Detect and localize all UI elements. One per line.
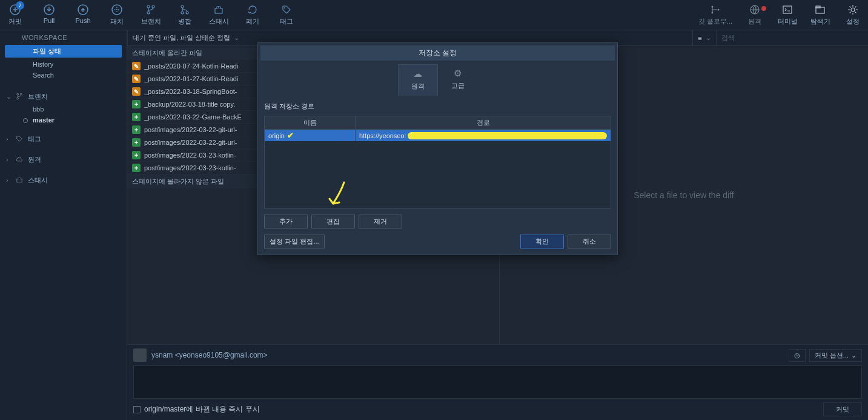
- modified-icon: ✎: [132, 62, 141, 70]
- tag-button[interactable]: 태그: [276, 4, 297, 26]
- commit-button[interactable]: 7 커밋: [5, 4, 25, 26]
- merge-label: 병합: [178, 17, 191, 26]
- merge-button[interactable]: 병합: [174, 4, 195, 26]
- search-input[interactable]: 검색: [717, 30, 868, 45]
- pull-button[interactable]: Pull: [39, 4, 59, 26]
- branch-bbb[interactable]: bbb: [0, 104, 127, 115]
- push-check-label: origin/master에 바뀐 내용 즉시 푸시: [144, 404, 260, 415]
- added-icon: ＋: [132, 164, 141, 172]
- added-icon: ＋: [132, 151, 141, 159]
- diff-placeholder: Select a file to view the diff: [634, 190, 734, 200]
- svg-rect-24: [17, 179, 22, 182]
- pull-icon: [43, 4, 55, 16]
- remove-button[interactable]: 제거: [359, 215, 402, 228]
- added-icon: ＋: [132, 138, 141, 147]
- added-icon: ＋: [132, 100, 141, 108]
- remote-label: 원격: [748, 17, 761, 26]
- file-path: _posts/2020-07-24-Kotlin-Readi: [144, 62, 238, 70]
- branch-icon: [145, 4, 157, 16]
- commit-message-input[interactable]: [133, 365, 862, 399]
- push-button[interactable]: Push: [73, 4, 93, 26]
- add-button[interactable]: 추가: [264, 215, 308, 228]
- branch-icon: [15, 92, 24, 101]
- svg-rect-16: [783, 6, 792, 13]
- discard-label: 폐기: [246, 17, 259, 26]
- tab-advanced[interactable]: ⚙ 고급: [438, 64, 478, 96]
- file-path: post/images/2022-03-22-git-url-: [144, 139, 237, 146]
- svg-rect-10: [215, 8, 222, 13]
- repository-settings-modal: 저장소 설정 ☁ 원격 ⚙ 고급 원격 저장소 경로 이름 경로 origin …: [257, 42, 618, 255]
- file-path: _posts/2022-03-22-Game-BackE: [144, 113, 242, 121]
- tag-label: 태그: [280, 17, 293, 26]
- stash-icon: [15, 175, 24, 185]
- remote-url-prefix: https://yeonseo:: [359, 132, 406, 139]
- remote-button[interactable]: 원격: [744, 4, 765, 26]
- cloud-icon: [15, 155, 24, 164]
- svg-point-21: [17, 93, 19, 95]
- commit-submit-button[interactable]: 커밋: [823, 402, 862, 416]
- sidebar-branch-heading[interactable]: ⌄ 브랜치: [0, 89, 127, 104]
- stash-icon: [213, 4, 225, 16]
- svg-point-7: [181, 5, 184, 8]
- svg-point-4: [147, 5, 150, 8]
- push-checkbox[interactable]: [133, 406, 141, 413]
- stash-button[interactable]: 스태시: [208, 4, 229, 26]
- cloud-icon: ☁: [413, 68, 422, 79]
- settings-button[interactable]: 설정: [843, 4, 863, 26]
- explorer-button[interactable]: 탐색기: [810, 4, 830, 26]
- explorer-icon: [814, 4, 826, 16]
- sidebar: WORKSPACE 파일 상태 History Search ⌄ 브랜치 bbb…: [0, 30, 127, 420]
- terminal-label: 터미널: [778, 17, 798, 26]
- sidebar-remote-heading[interactable]: › 원격: [0, 152, 127, 167]
- remote-row-origin[interactable]: origin ✔ https://yeonseo:: [265, 129, 611, 141]
- push-icon: [77, 4, 89, 16]
- tab-remote[interactable]: ☁ 원격: [398, 64, 438, 96]
- sidebar-item-file-status[interactable]: 파일 상태: [5, 45, 122, 58]
- author-text: ysnam <yeonseo9105@gmail.com>: [151, 351, 268, 359]
- gitflow-button[interactable]: 깃 플로우...: [698, 4, 732, 26]
- filter-view-select[interactable]: ≡ ⌄: [692, 30, 717, 45]
- modified-icon: ✎: [132, 87, 141, 96]
- check-icon: ✔: [287, 131, 294, 140]
- modal-title: 저장소 설정: [260, 45, 615, 61]
- file-path: _backup/2022-03-18-title copy.: [144, 101, 235, 108]
- added-icon: ＋: [132, 125, 141, 134]
- sidebar-item-search[interactable]: Search: [0, 70, 127, 81]
- chevron-down-icon: ⌄: [234, 34, 239, 42]
- branch-button[interactable]: 브랜치: [141, 4, 161, 26]
- globe-icon: [749, 4, 761, 16]
- sidebar-item-history[interactable]: History: [0, 59, 127, 70]
- branch-label: 브랜치: [141, 17, 161, 26]
- sidebar-stash-heading[interactable]: › 스태시: [0, 173, 127, 187]
- remote-table: 이름 경로 origin ✔ https://yeonseo:: [264, 116, 611, 208]
- gear-icon: ⚙: [454, 68, 462, 79]
- col-name[interactable]: 이름: [265, 116, 356, 129]
- terminal-icon: [781, 4, 793, 16]
- svg-point-22: [17, 98, 19, 99]
- clock-icon: ◷: [794, 352, 800, 359]
- svg-point-23: [20, 93, 22, 95]
- stash-label: 스태시: [209, 17, 229, 26]
- svg-point-19: [851, 8, 855, 12]
- explorer-label: 탐색기: [810, 17, 830, 26]
- branch-master[interactable]: master: [0, 115, 127, 125]
- edit-config-button[interactable]: 설정 파일 편집...: [264, 235, 325, 248]
- commit-options-button[interactable]: 커밋 옵션...⌄: [809, 349, 862, 362]
- chevron-right-icon: ›: [6, 156, 11, 163]
- current-branch-dot: [23, 118, 28, 123]
- svg-point-9: [186, 12, 188, 14]
- discard-button[interactable]: 폐기: [242, 4, 263, 26]
- ok-button[interactable]: 확인: [520, 235, 564, 248]
- history-button[interactable]: ◷: [789, 349, 806, 362]
- file-path: post/images/2022-03-23-kotlin-: [144, 152, 236, 159]
- sidebar-tag-heading[interactable]: › 태그: [0, 132, 127, 146]
- chevron-down-icon: ⌄: [851, 352, 856, 359]
- edit-button[interactable]: 편집: [311, 215, 355, 228]
- cancel-button[interactable]: 취소: [568, 235, 611, 248]
- patch-button[interactable]: 패치: [107, 4, 127, 26]
- col-path[interactable]: 경로: [356, 116, 611, 129]
- workspace-heading: WORKSPACE: [0, 30, 127, 44]
- terminal-button[interactable]: 터미널: [777, 4, 798, 26]
- remote-table-empty: [265, 141, 611, 208]
- chevron-right-icon: ›: [6, 176, 11, 184]
